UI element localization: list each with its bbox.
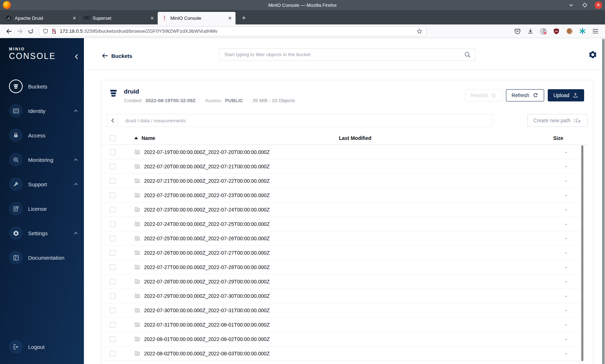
- new-tab-button[interactable]: +: [238, 13, 249, 23]
- row-checkbox[interactable]: [110, 322, 116, 328]
- tab-minio-console[interactable]: MinIO Console ✕: [158, 12, 236, 24]
- row-checkbox[interactable]: [110, 336, 116, 342]
- sidebar-item-license[interactable]: License: [0, 196, 84, 221]
- menu-hamburger-icon[interactable]: [591, 27, 599, 35]
- object-name[interactable]: 2022-07-30T00:00:00.000Z_2022-07-31T00:0…: [144, 308, 270, 313]
- sidebar-item-access[interactable]: Access: [0, 123, 84, 147]
- tab-close-icon[interactable]: ✕: [150, 15, 154, 21]
- select-all-checkbox[interactable]: [110, 135, 116, 141]
- object-name[interactable]: 2022-07-21T00:00:00.000Z_2022-07-22T00:0…: [144, 178, 270, 184]
- sidebar-item-support[interactable]: Support: [0, 172, 84, 196]
- window-maximize-icon[interactable]: [581, 1, 589, 9]
- object-row[interactable]: 2022-07-29T00:00:00.000Z_2022-07-30T00:0…: [102, 289, 588, 303]
- sidebar-item-settings[interactable]: Settings: [0, 221, 84, 245]
- object-row[interactable]: 2022-07-20T00:00:00.000Z_2022-07-21T00:0…: [102, 159, 588, 174]
- sidebar-item-identity[interactable]: Identity: [0, 99, 84, 123]
- object-row[interactable]: 2022-07-23T00:00:00.000Z_2022-07-24T00:0…: [102, 203, 588, 217]
- upload-button[interactable]: Upload: [548, 89, 584, 101]
- sort-ascending-icon[interactable]: [134, 137, 138, 139]
- page-scrollbar[interactable]: [602, 38, 605, 364]
- chevron-up-icon[interactable]: [74, 159, 78, 161]
- cookie-icon[interactable]: [565, 27, 573, 35]
- reload-icon[interactable]: [25, 26, 36, 36]
- sidebar-item-logout[interactable]: Logout: [0, 335, 84, 359]
- row-checkbox[interactable]: [110, 164, 116, 169]
- tab-close-icon[interactable]: ✕: [72, 15, 76, 21]
- row-checkbox[interactable]: [110, 149, 116, 155]
- object-row[interactable]: 2022-07-21T00:00:00.000Z_2022-07-22T00:0…: [102, 174, 588, 188]
- object-row[interactable]: 2022-07-25T00:00:00.000Z_2022-07-26T00:0…: [102, 231, 588, 246]
- object-row[interactable]: 2022-07-30T00:00:00.000Z_2022-07-31T00:0…: [102, 303, 588, 318]
- back-to-buckets[interactable]: Buckets: [102, 53, 132, 59]
- object-name[interactable]: 2022-07-22T00:00:00.000Z_2022-07-23T00:0…: [144, 192, 270, 198]
- sidebar-collapse-icon[interactable]: [75, 54, 78, 59]
- object-name[interactable]: 2022-07-27T00:00:00.000Z_2022-07-28T00:0…: [144, 264, 270, 270]
- object-row[interactable]: 2022-07-31T00:00:00.000Z_2022-08-01T00:0…: [102, 318, 588, 332]
- forward-icon[interactable]: [14, 26, 25, 36]
- ublock-shield-icon[interactable]: UO: [552, 27, 560, 35]
- object-row[interactable]: 2022-07-24T00:00:00.000Z_2022-07-25T00:0…: [102, 217, 588, 231]
- row-checkbox[interactable]: [110, 250, 116, 256]
- page-scrollbar-thumb[interactable]: [602, 39, 605, 364]
- object-row[interactable]: 2022-07-26T00:00:00.000Z_2022-07-27T00:0…: [102, 246, 588, 260]
- object-row[interactable]: 2022-07-28T00:00:00.000Z_2022-07-29T00:0…: [102, 274, 588, 289]
- object-name[interactable]: 2022-07-29T00:00:00.000Z_2022-07-30T00:0…: [144, 293, 270, 299]
- url-bar[interactable]: 172.18.0.5:32595/buckets/druid/browse/ZG…: [39, 26, 426, 36]
- chevron-up-icon[interactable]: [74, 110, 78, 112]
- rewind-button[interactable]: Rewind: [465, 89, 502, 101]
- row-checkbox[interactable]: [110, 308, 116, 313]
- sidebar-item-documentation[interactable]: Documentation: [0, 245, 84, 270]
- bookmark-star-icon[interactable]: [417, 28, 422, 34]
- object-row[interactable]: 2022-07-19T00:00:00.000Z_2022-07-20T00:0…: [102, 145, 588, 159]
- breadcrumb[interactable]: druid / data / measurements: [118, 118, 186, 123]
- object-name[interactable]: 2022-07-23T00:00:00.000Z_2022-07-24T00:0…: [144, 207, 270, 213]
- row-checkbox[interactable]: [110, 279, 116, 285]
- row-checkbox[interactable]: [110, 351, 116, 356]
- column-header-last-modified[interactable]: Last Modified: [339, 135, 544, 141]
- sidebar-item-buckets[interactable]: Buckets: [0, 74, 84, 99]
- object-row[interactable]: 2022-08-01T00:00:00.000Z_2022-08-02T00:0…: [102, 332, 588, 346]
- tab-apache-druid[interactable]: Apache Druid ✕: [2, 12, 80, 24]
- tab-superset[interactable]: Superset ✕: [80, 12, 158, 24]
- row-checkbox[interactable]: [110, 293, 116, 299]
- object-filter-input[interactable]: [219, 52, 464, 57]
- back-icon[interactable]: [4, 26, 14, 36]
- object-name[interactable]: 2022-08-01T00:00:00.000Z_2022-08-02T00:0…: [144, 336, 270, 342]
- object-name[interactable]: 2022-07-31T00:00:00.000Z_2022-08-01T00:0…: [144, 322, 270, 328]
- tracking-shield-icon[interactable]: [43, 28, 48, 34]
- row-checkbox[interactable]: [110, 192, 116, 198]
- row-checkbox[interactable]: [110, 236, 116, 241]
- row-checkbox[interactable]: [110, 178, 116, 184]
- object-row[interactable]: 2022-08-02T00:00:00.000Z_2022-08-03T00:0…: [102, 346, 588, 361]
- path-back-chevron[interactable]: [107, 114, 118, 127]
- row-checkbox[interactable]: [110, 221, 116, 227]
- row-checkbox[interactable]: [110, 264, 116, 270]
- refresh-button[interactable]: Refresh: [506, 89, 544, 101]
- window-close-icon[interactable]: ✕: [595, 1, 602, 9]
- chevron-up-icon[interactable]: [74, 183, 78, 186]
- object-name[interactable]: 2022-07-19T00:00:00.000Z_2022-07-20T00:0…: [144, 149, 270, 155]
- create-new-path-button[interactable]: Create new path: [527, 114, 588, 127]
- download-icon[interactable]: [526, 27, 534, 35]
- column-header-name[interactable]: Name: [142, 135, 155, 141]
- table-scrollbar[interactable]: [581, 145, 583, 361]
- extension-disabled-icon[interactable]: [539, 27, 547, 35]
- object-name[interactable]: 2022-07-24T00:00:00.000Z_2022-07-25T00:0…: [144, 221, 270, 227]
- object-row[interactable]: 2022-07-27T00:00:00.000Z_2022-07-28T00:0…: [102, 260, 588, 274]
- sidebar-item-monitoring[interactable]: Monitoring: [0, 147, 84, 172]
- pocket-icon[interactable]: [514, 27, 521, 35]
- row-checkbox[interactable]: [110, 207, 116, 213]
- insecure-lock-icon[interactable]: [51, 28, 57, 34]
- chevron-up-icon[interactable]: [74, 232, 78, 235]
- tab-close-icon[interactable]: ✕: [228, 15, 232, 21]
- window-minimize-icon[interactable]: [567, 1, 575, 9]
- console-settings-gear-icon[interactable]: [588, 50, 597, 59]
- column-header-size[interactable]: Size: [544, 135, 588, 141]
- asterisk-extension-icon[interactable]: [578, 27, 586, 35]
- object-name[interactable]: 2022-07-26T00:00:00.000Z_2022-07-27T00:0…: [144, 250, 270, 256]
- object-name[interactable]: 2022-08-02T00:00:00.000Z_2022-08-03T00:0…: [144, 351, 270, 356]
- object-name[interactable]: 2022-07-28T00:00:00.000Z_2022-07-29T00:0…: [144, 279, 270, 285]
- object-row[interactable]: 2022-07-22T00:00:00.000Z_2022-07-23T00:0…: [102, 188, 588, 203]
- object-name[interactable]: 2022-07-20T00:00:00.000Z_2022-07-21T00:0…: [144, 164, 270, 169]
- object-name[interactable]: 2022-07-25T00:00:00.000Z_2022-07-26T00:0…: [144, 236, 270, 241]
